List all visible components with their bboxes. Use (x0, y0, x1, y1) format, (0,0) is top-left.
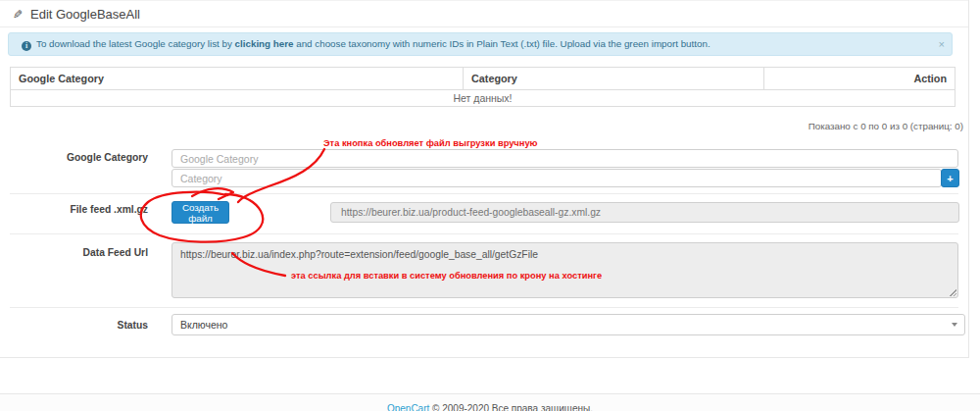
category-input[interactable] (172, 169, 942, 187)
create-file-button[interactable]: Создать файл (172, 201, 229, 224)
panel-heading: ✎ Edit GoogleBaseAll (0, 0, 969, 27)
data-feed-url-label: Data Feed Url (0, 247, 148, 258)
info-circle-icon: i (22, 41, 31, 51)
annotation-note-cron-link: эта ссылка для вставки в систему обновле… (291, 271, 602, 281)
form-row-divider (10, 193, 958, 194)
column-header-google-category: Google Category (11, 68, 464, 90)
status-label: Status (0, 320, 148, 331)
page-title: Edit GoogleBaseAll (30, 1, 140, 27)
file-feed-url-field[interactable] (330, 202, 959, 223)
no-data-message: Нет данных! (11, 90, 956, 107)
category-mapping-table: Google Category Category Action Нет данн… (10, 67, 956, 107)
alert-text-post: and choose taxonomy with numeric IDs in … (294, 38, 710, 49)
info-alert: iTo download the latest Google category … (8, 32, 953, 56)
column-header-action: Action (764, 68, 956, 90)
form-row-divider (10, 233, 958, 234)
column-header-category: Category (464, 68, 764, 90)
alert-clicking-here-link[interactable]: clicking here (235, 38, 294, 49)
edit-googlebaseall-page: ✎ Edit GoogleBaseAll iTo download the la… (0, 0, 980, 411)
table-empty-row: Нет данных! (11, 90, 956, 107)
alert-close-icon[interactable]: × (939, 33, 945, 55)
opencart-link[interactable]: OpenCart (387, 403, 429, 411)
status-select-wrap: Включено (172, 314, 965, 335)
pencil-icon: ✎ (13, 8, 23, 22)
google-category-input[interactable] (172, 149, 958, 168)
textarea-resize-handle[interactable] (949, 288, 956, 296)
file-feed-label: File feed .xml.gz (0, 204, 148, 215)
table-header-row: Google Category Category Action (11, 68, 956, 90)
panel-bottom-border (0, 357, 969, 358)
status-select[interactable]: Включено (172, 314, 965, 335)
alert-text-pre: To download the latest Google category l… (36, 38, 235, 49)
pagination-status: Показано с 0 по 0 из 0 (страниц: 0) (808, 121, 963, 131)
form-row-divider (10, 307, 958, 308)
add-category-button[interactable]: + (941, 169, 959, 187)
copyright-text: © 2009-2020 Все права защищены. (429, 403, 593, 411)
google-category-label: Google Category (0, 152, 148, 163)
panel-right-border (968, 0, 969, 358)
footer-copyright: OpenCart © 2009-2020 Все права защищены. (0, 402, 980, 411)
annotation-note-manual-update: Эта кнопка обновляет файл выгрузки вручн… (323, 138, 538, 148)
